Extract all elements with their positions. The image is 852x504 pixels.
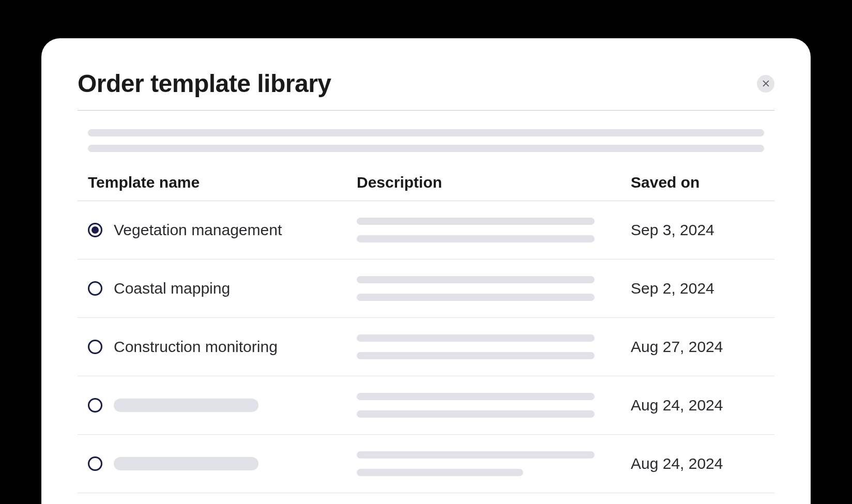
skeleton-line: [357, 451, 595, 459]
cell-saved-date: Aug 24, 2024: [631, 396, 764, 414]
order-template-modal: Order template library Template name Des…: [41, 38, 811, 504]
description-placeholder: [78, 111, 774, 174]
cell-template-name: Construction monitoring: [88, 338, 357, 356]
modal-title: Order template library: [78, 69, 331, 98]
table-row[interactable]: Vegetation management Sep 3, 2024: [78, 201, 774, 259]
skeleton-line: [357, 294, 595, 301]
cell-description: [357, 451, 631, 476]
cell-description: [357, 393, 631, 418]
radio-select[interactable]: [88, 456, 102, 471]
skeleton-line: [357, 276, 595, 283]
cell-template-name: [88, 398, 357, 413]
cell-template-name: Vegetation management: [88, 221, 357, 239]
skeleton-line: [357, 235, 595, 242]
radio-select[interactable]: [88, 223, 102, 237]
radio-select[interactable]: [88, 340, 102, 354]
close-button[interactable]: [757, 75, 774, 93]
table-row[interactable]: Construction monitoring Aug 27, 2024: [78, 318, 774, 376]
radio-select[interactable]: [88, 398, 102, 413]
cell-template-name: [88, 456, 357, 471]
column-header-saved: Saved on: [631, 174, 764, 191]
table-row[interactable]: Aug 24, 2024: [78, 376, 774, 435]
skeleton-line: [357, 393, 595, 400]
cell-template-name: Coastal mapping: [88, 280, 357, 297]
column-header-name: Template name: [88, 174, 357, 191]
template-name-label: Coastal mapping: [114, 280, 230, 297]
skeleton-line: [357, 352, 595, 359]
skeleton-line: [88, 129, 764, 136]
template-name-label: Construction monitoring: [114, 338, 278, 356]
table-header: Template name Description Saved on: [78, 174, 774, 201]
cell-description: [357, 218, 631, 242]
skeleton-line: [357, 410, 595, 418]
template-name-placeholder: [114, 457, 258, 470]
cell-saved-date: Aug 27, 2024: [631, 338, 764, 356]
template-name-label: Vegetation management: [114, 221, 282, 239]
close-icon: [762, 79, 770, 88]
column-header-description: Description: [357, 174, 631, 191]
skeleton-line: [357, 334, 595, 342]
cell-saved-date: Sep 2, 2024: [631, 280, 764, 297]
skeleton-line: [88, 145, 764, 152]
cell-description: [357, 276, 631, 301]
table-row[interactable]: Aug 24, 2024: [78, 435, 774, 493]
skeleton-line: [357, 218, 595, 225]
radio-select[interactable]: [88, 281, 102, 296]
modal-header: Order template library: [78, 69, 774, 111]
table-row[interactable]: Coastal mapping Sep 2, 2024: [78, 259, 774, 318]
cell-saved-date: Aug 24, 2024: [631, 455, 764, 472]
skeleton-line: [357, 469, 523, 476]
cell-description: [357, 334, 631, 359]
cell-saved-date: Sep 3, 2024: [631, 221, 764, 239]
template-name-placeholder: [114, 399, 258, 412]
